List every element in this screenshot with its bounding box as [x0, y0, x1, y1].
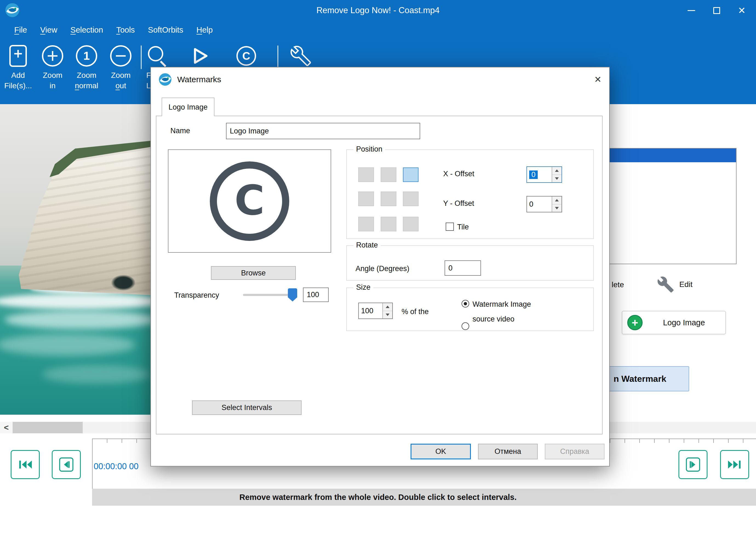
- spin-up-icon[interactable]: [552, 197, 561, 205]
- zoom-in-icon: [42, 45, 63, 67]
- go-to-end-button[interactable]: [720, 450, 749, 479]
- angle-label: Angle (Degrees): [356, 265, 410, 273]
- menu-help[interactable]: Help: [190, 21, 219, 39]
- position-cell-middle-center[interactable]: [381, 192, 396, 206]
- spin-down-icon[interactable]: [552, 175, 561, 183]
- tab-logo-image[interactable]: Logo Image: [162, 98, 214, 116]
- browse-button[interactable]: Browse: [211, 266, 296, 280]
- name-input-value: Logo Image: [230, 127, 269, 135]
- previous-frame-icon: [58, 457, 74, 472]
- h-scrollbar-thumb[interactable]: [13, 422, 83, 433]
- toolbar-separator: [141, 45, 142, 69]
- close-button[interactable]: ✕: [729, 0, 754, 21]
- tile-label: Tile: [457, 223, 469, 231]
- titlebar[interactable]: Remove Logo Now! - Coast.mp4 ✕: [0, 0, 756, 21]
- previous-frame-button[interactable]: [52, 450, 81, 479]
- zoom-in-button[interactable]: Zoomin: [36, 42, 69, 91]
- wrench-icon: [290, 45, 311, 66]
- transparency-slider[interactable]: [243, 294, 297, 296]
- bottom-toolbar: 1 35% f: [0, 506, 756, 535]
- next-frame-icon: [685, 457, 701, 472]
- dialog-titlebar[interactable]: Watermarks ✕: [151, 68, 609, 92]
- menu-selection[interactable]: Selection: [64, 21, 110, 39]
- watermark-preview: C: [168, 149, 331, 253]
- y-offset-label: Y - Offset: [443, 199, 474, 208]
- add-files-button[interactable]: AddFile(s)...: [0, 42, 36, 91]
- play-button[interactable]: [186, 42, 213, 70]
- close-icon: ✕: [738, 5, 746, 16]
- add-logo-image-button[interactable]: + Logo Image: [622, 311, 726, 334]
- source-video-radio-label: source video: [472, 315, 514, 324]
- status-text: Remove watermark from the whole video. D…: [239, 493, 517, 501]
- menu-file[interactable]: File: [8, 21, 34, 39]
- find-logo-icon: [146, 45, 168, 67]
- dialog-app-icon: [158, 72, 172, 87]
- zoom-out-button[interactable]: Zoomout: [104, 42, 138, 91]
- minimize-button[interactable]: [679, 0, 704, 21]
- transparency-input[interactable]: 100: [303, 288, 329, 302]
- scroll-left-icon: <: [4, 423, 9, 432]
- position-cell-top-right[interactable]: [403, 167, 418, 182]
- position-cell-bottom-center[interactable]: [381, 217, 396, 231]
- plus-circle-icon: +: [627, 315, 643, 330]
- size-group: Size 100 % of the Watermark Image source…: [346, 288, 594, 331]
- watermark-image-radio[interactable]: [462, 300, 469, 307]
- add-file-icon: [9, 45, 27, 67]
- ok-button[interactable]: OK: [411, 444, 471, 459]
- position-cell-top-center[interactable]: [381, 167, 396, 182]
- name-input[interactable]: Logo Image: [226, 123, 420, 139]
- delete-button-partial[interactable]: lete: [612, 276, 624, 293]
- window-controls: ✕: [679, 0, 754, 21]
- spin-down-icon[interactable]: [383, 311, 392, 319]
- maximize-button[interactable]: [704, 0, 729, 21]
- watermark-image-radio-label: Watermark Image: [472, 300, 531, 309]
- timecode: 00:00:00 00: [94, 462, 139, 471]
- zoom-normal-button[interactable]: 1 Zoomnormal: [69, 42, 104, 91]
- menu-view[interactable]: View: [34, 21, 64, 39]
- position-group: Position X - Offset 0 Y - Offset 0: [346, 149, 594, 239]
- next-frame-button[interactable]: [679, 450, 708, 479]
- edit-wrench-icon: [657, 276, 674, 293]
- go-to-start-button[interactable]: [11, 450, 40, 479]
- rotate-group-label: Rotate: [353, 241, 381, 249]
- position-cell-middle-right[interactable]: [403, 192, 418, 206]
- x-offset-label: X - Offset: [443, 170, 474, 178]
- size-suffix-label: % of the: [402, 307, 429, 316]
- angle-input[interactable]: 0: [445, 260, 481, 276]
- spin-down-icon[interactable]: [552, 205, 561, 212]
- position-cell-top-left[interactable]: [358, 167, 374, 182]
- go-to-end-icon: [727, 457, 742, 472]
- zoom-out-icon: [110, 45, 131, 67]
- spin-up-icon[interactable]: [383, 303, 392, 311]
- position-cell-bottom-right[interactable]: [403, 217, 418, 231]
- watermark-list[interactable]: [603, 148, 737, 264]
- x-offset-spinner[interactable]: 0: [526, 166, 562, 183]
- dialog-close-button[interactable]: ✕: [594, 68, 602, 92]
- position-cell-bottom-left[interactable]: [358, 217, 374, 231]
- spin-up-icon[interactable]: [552, 167, 561, 175]
- cancel-button[interactable]: Отмена: [478, 444, 538, 459]
- help-button[interactable]: Справка: [545, 444, 605, 459]
- position-cell-middle-left[interactable]: [358, 192, 374, 206]
- edit-button[interactable]: Edit: [657, 274, 692, 295]
- source-video-radio[interactable]: [462, 322, 469, 330]
- list-selected-row[interactable]: [603, 149, 736, 162]
- name-label: Name: [170, 127, 190, 135]
- size-spinner[interactable]: 100: [358, 302, 393, 319]
- size-group-label: Size: [353, 283, 373, 292]
- video-preview[interactable]: [0, 104, 150, 415]
- settings-button[interactable]: [287, 42, 314, 70]
- intervals-bar[interactable]: Remove watermark from the whole video. D…: [0, 489, 756, 506]
- menubar: File View Selection Tools SoftOrbits Hel…: [8, 21, 219, 39]
- y-offset-spinner[interactable]: 0: [526, 196, 562, 212]
- menu-tools[interactable]: Tools: [110, 21, 141, 39]
- tile-checkbox[interactable]: [446, 223, 454, 231]
- cave: [111, 275, 135, 291]
- app-window: Remove Logo Now! - Coast.mp4 ✕ File View…: [0, 0, 756, 535]
- copyright-icon: C: [236, 46, 256, 66]
- menu-softorbits[interactable]: SoftOrbits: [141, 21, 190, 39]
- copyright-tool-button[interactable]: C: [233, 42, 260, 70]
- select-intervals-button[interactable]: Select Intervals: [192, 401, 302, 415]
- play-icon: [189, 45, 210, 66]
- scroll-left-button[interactable]: <: [0, 422, 13, 433]
